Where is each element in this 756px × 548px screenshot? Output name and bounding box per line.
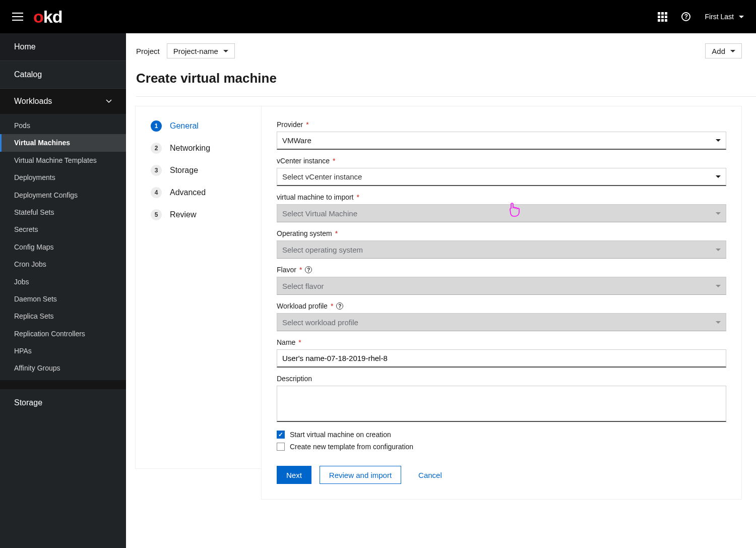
select-vm-import: Select Virtual Machine <box>277 204 726 222</box>
sidebar-item-deployments[interactable]: Deployments <box>0 169 126 186</box>
sidebar-item-daemon-sets[interactable]: Daemon Sets <box>0 290 126 308</box>
checkbox-create-template-label: Create new template from configuration <box>290 443 413 451</box>
page-content: Project Project-name Add Create virtual … <box>126 33 756 548</box>
help-icon[interactable]: ? <box>305 266 312 273</box>
wizard-step-number: 4 <box>151 187 162 198</box>
nav-section-workloads[interactable]: Workloads <box>0 89 126 114</box>
masthead: okd ? First Last <box>0 0 756 33</box>
review-import-button[interactable]: Review and import <box>320 466 401 484</box>
sidebar-item-replication-controllers[interactable]: Replication Controllers <box>0 325 126 342</box>
label-flavor: Flavor <box>277 266 296 274</box>
wizard-step-label: Advanced <box>170 188 206 197</box>
user-name: First Last <box>705 13 734 21</box>
input-name[interactable] <box>277 349 726 368</box>
checkbox-start-vm-label: Start virtual machine on creation <box>290 431 391 439</box>
wizard-step-number: 2 <box>151 143 162 154</box>
chevron-down-icon <box>716 139 721 142</box>
next-button[interactable]: Next <box>277 466 311 484</box>
add-button[interactable]: Add <box>705 43 742 58</box>
wizard-step-label: Storage <box>170 166 198 175</box>
input-description[interactable] <box>277 386 726 422</box>
nav-catalog[interactable]: Catalog <box>0 61 126 89</box>
page-title: Create virtual machine <box>136 71 756 97</box>
apps-launcher-icon[interactable] <box>658 12 667 22</box>
chevron-down-icon <box>716 321 721 324</box>
select-flavor-placeholder: Select flavor <box>282 282 324 290</box>
sidebar-item-pods[interactable]: Pods <box>0 117 126 134</box>
checkbox-create-template[interactable]: Create new template from configuration <box>277 443 726 451</box>
wizard-step-advanced[interactable]: 4Advanced <box>151 187 246 198</box>
label-name: Name <box>277 338 295 346</box>
sidebar-item-secrets[interactable]: Secrets <box>0 221 126 238</box>
select-vcenter-placeholder: Select vCenter instance <box>282 172 362 181</box>
label-vm-import: virtual machine to import <box>277 193 354 201</box>
sidebar-item-hpas[interactable]: HPAs <box>0 342 126 359</box>
chevron-down-icon <box>106 99 112 103</box>
checkbox-icon <box>277 443 285 451</box>
label-workload: Workload profile <box>277 302 328 310</box>
nav-storage[interactable]: Storage <box>0 389 126 416</box>
form-actions: Next Review and import Cancel <box>277 466 726 484</box>
chevron-down-icon <box>716 285 721 287</box>
nav-section-label: Workloads <box>14 97 52 106</box>
wizard-step-storage[interactable]: 3Storage <box>151 165 246 176</box>
wizard-step-general[interactable]: 1General <box>151 120 246 132</box>
wizard-step-label: Networking <box>170 144 210 153</box>
wizard-step-networking[interactable]: 2Networking <box>151 143 246 154</box>
chevron-down-icon <box>223 50 228 52</box>
chevron-down-icon <box>739 16 744 18</box>
checkbox-start-vm[interactable]: ✓ Start virtual machine on creation <box>277 431 726 439</box>
select-provider[interactable]: VMWare <box>277 132 726 150</box>
menu-toggle[interactable] <box>12 13 23 21</box>
field-vm-import: virtual machine to import* Select Virtua… <box>277 193 726 222</box>
project-select[interactable]: Project-name <box>167 43 235 58</box>
cancel-button[interactable]: Cancel <box>409 466 451 484</box>
checkbox-icon: ✓ <box>277 431 285 439</box>
chevron-down-icon <box>716 175 721 178</box>
label-vcenter: vCenter instance <box>277 157 330 165</box>
wizard-form: Provider* VMWare vCenter instance* Selec… <box>261 106 742 500</box>
help-icon[interactable]: ? <box>681 12 690 21</box>
select-workload-placeholder: Select workload profile <box>282 318 358 327</box>
field-vcenter: vCenter instance* Select vCenter instanc… <box>277 157 726 186</box>
select-os: Select operating system <box>277 240 726 259</box>
sidebar-item-stateful-sets[interactable]: Stateful Sets <box>0 204 126 221</box>
sidebar-item-jobs[interactable]: Jobs <box>0 273 126 290</box>
field-os: Operating system* Select operating syste… <box>277 229 726 259</box>
chevron-down-icon <box>730 50 735 52</box>
sidebar-item-virtual-machine-templates[interactable]: Virtual Machine Templates <box>0 152 126 169</box>
user-menu[interactable]: First Last <box>705 13 744 21</box>
wizard-step-number: 5 <box>151 209 162 220</box>
sidebar-item-virtual-machines[interactable]: Virtual Machines <box>0 134 126 151</box>
sidebar-item-replica-sets[interactable]: Replica Sets <box>0 308 126 325</box>
project-label: Project <box>136 47 160 55</box>
nav-sub-workloads: PodsVirtual MachinesVirtual Machine Temp… <box>0 114 126 380</box>
chevron-down-icon <box>716 212 721 215</box>
select-workload: Select workload profile <box>277 313 726 331</box>
select-flavor: Select flavor <box>277 277 726 295</box>
wizard-step-number: 1 <box>151 120 162 132</box>
wizard-step-number: 3 <box>151 165 162 176</box>
sidebar-item-config-maps[interactable]: Config Maps <box>0 238 126 256</box>
nav-home[interactable]: Home <box>0 33 126 61</box>
field-name: Name* <box>277 338 726 368</box>
field-flavor: Flavor* ? Select flavor <box>277 266 726 295</box>
label-provider: Provider <box>277 120 303 129</box>
select-vcenter[interactable]: Select vCenter instance <box>277 168 726 186</box>
logo-o: o <box>33 7 43 26</box>
field-description: Description <box>277 375 726 423</box>
sidebar-item-cron-jobs[interactable]: Cron Jobs <box>0 256 126 273</box>
project-selected: Project-name <box>173 47 218 55</box>
add-button-label: Add <box>712 47 725 55</box>
help-icon[interactable]: ? <box>336 302 343 310</box>
wizard-step-review[interactable]: 5Review <box>151 209 246 220</box>
sidebar: Home Catalog Workloads PodsVirtual Machi… <box>0 33 126 548</box>
label-description: Description <box>277 375 312 383</box>
select-provider-value: VMWare <box>282 136 311 145</box>
sidebar-item-deployment-configs[interactable]: Deployment Configs <box>0 187 126 204</box>
page-toolbar: Project Project-name Add <box>126 33 756 71</box>
sidebar-item-affinity-groups[interactable]: Affinity Groups <box>0 359 126 377</box>
wizard: 1General2Networking3Storage4Advanced5Rev… <box>126 97 756 515</box>
field-provider: Provider* VMWare <box>277 120 726 150</box>
select-os-placeholder: Select operating system <box>282 246 363 254</box>
